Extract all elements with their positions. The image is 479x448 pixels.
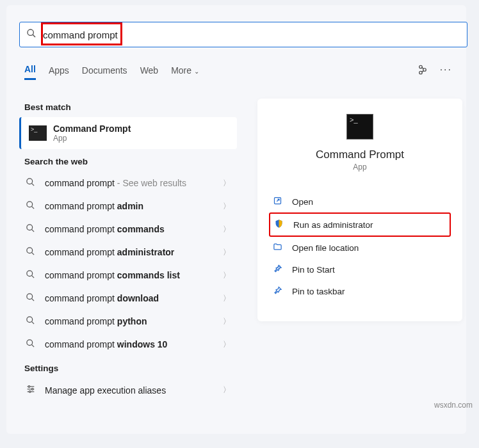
search-icon (26, 177, 38, 189)
svg-line-6 (31, 183, 34, 186)
chevron-right-icon: 〉 (223, 224, 231, 235)
pin-icon (273, 264, 287, 275)
search-icon (26, 339, 38, 350)
web-result[interactable]: command prompt administrator〉 (19, 241, 237, 264)
chevron-right-icon: 〉 (223, 178, 231, 189)
search-icon (26, 316, 38, 327)
web-result-label: command prompt download (45, 293, 223, 303)
settings-item[interactable]: Manage app execution aliases 〉 (19, 378, 237, 402)
search-icon (26, 246, 38, 258)
search-bar-wrap: command prompt (19, 22, 467, 47)
svg-point-0 (28, 29, 33, 35)
chevron-right-icon: 〉 (223, 201, 231, 212)
chevron-right-icon: 〉 (223, 339, 231, 350)
chevron-down-icon: ⌄ (194, 68, 199, 75)
svg-line-8 (31, 206, 34, 209)
best-match-title: Command Prompt (53, 124, 131, 134)
search-panel: command prompt All Apps Documents Web Mo… (6, 5, 466, 434)
web-result[interactable]: command prompt commands〉 (19, 218, 237, 241)
web-result-label: command prompt - See web results (45, 178, 223, 188)
svg-line-16 (31, 298, 34, 301)
svg-point-13 (27, 271, 33, 276)
tab-web[interactable]: Web (140, 65, 159, 79)
best-match-item[interactable]: Command Prompt App (19, 117, 237, 149)
watermark: wsxdn.com (434, 401, 473, 410)
best-match-sub: App (53, 134, 131, 143)
svg-line-18 (31, 321, 34, 324)
web-result-label: command prompt commands list (45, 270, 223, 280)
preview-cmd-icon (346, 114, 373, 140)
more-icon[interactable]: ··· (440, 64, 452, 78)
svg-point-11 (27, 248, 33, 253)
svg-point-9 (27, 225, 33, 230)
svg-line-1 (33, 35, 35, 37)
web-result-label: command prompt admin (45, 201, 223, 211)
svg-line-12 (31, 252, 34, 255)
chevron-right-icon: 〉 (223, 293, 231, 304)
svg-point-26 (29, 391, 31, 393)
org-icon[interactable] (417, 64, 428, 78)
tab-all[interactable]: All (24, 64, 36, 80)
search-icon (26, 28, 37, 41)
svg-point-24 (28, 386, 30, 388)
web-result-label: command prompt windows 10 (45, 339, 223, 349)
folder-icon (273, 242, 287, 253)
action-open-location[interactable]: Open file location (269, 237, 451, 259)
chevron-right-icon: 〉 (223, 247, 231, 258)
svg-point-25 (31, 388, 33, 390)
web-result-label: command prompt python (45, 316, 223, 326)
tab-more[interactable]: More ⌄ (171, 65, 199, 79)
chevron-right-icon: 〉 (223, 316, 231, 327)
web-result[interactable]: command prompt download〉 (19, 287, 237, 310)
action-pin-start[interactable]: Pin to Start (269, 259, 451, 280)
preview-title: Command Prompt (269, 148, 451, 161)
svg-point-15 (27, 294, 33, 300)
results-column: Best match Command Prompt App Search the… (19, 95, 237, 402)
section-search-web: Search the web (24, 157, 237, 166)
tab-documents[interactable]: Documents (82, 65, 127, 79)
top-icons: ··· (417, 64, 452, 78)
web-result[interactable]: command prompt admin〉 (19, 195, 237, 218)
settings-item-label: Manage app execution aliases (45, 385, 223, 396)
search-value: command prompt (43, 29, 118, 40)
web-result-label: command prompt commands (45, 224, 223, 234)
chevron-right-icon: 〉 (223, 385, 231, 396)
action-open[interactable]: Open (269, 191, 451, 212)
svg-line-10 (31, 229, 34, 232)
cmd-icon (29, 125, 47, 141)
svg-point-2 (419, 65, 422, 68)
svg-point-4 (419, 71, 422, 74)
pin-icon (273, 285, 287, 297)
svg-point-19 (27, 340, 33, 346)
section-settings: Settings (24, 364, 237, 373)
search-icon (26, 200, 38, 212)
svg-point-17 (27, 317, 33, 323)
svg-line-20 (31, 344, 34, 347)
web-result[interactable]: command prompt - See web results〉 (19, 172, 237, 195)
tab-apps[interactable]: Apps (49, 65, 69, 79)
action-pin-taskbar[interactable]: Pin to taskbar (269, 280, 451, 302)
search-icon (26, 269, 38, 281)
web-result-label: command prompt administrator (45, 247, 223, 257)
preview-sub: App (269, 163, 451, 172)
web-result[interactable]: command prompt commands list〉 (19, 264, 237, 287)
preview-panel: Command Prompt App Open Run as administr… (257, 99, 462, 321)
svg-point-7 (27, 202, 33, 207)
action-run-admin[interactable]: Run as administrator (269, 212, 451, 237)
section-best-match: Best match (24, 102, 237, 112)
shield-icon (274, 219, 288, 230)
web-result[interactable]: command prompt windows 10〉 (19, 333, 237, 356)
filter-tabs: All Apps Documents Web More ⌄ (24, 64, 199, 80)
search-icon (26, 223, 38, 235)
web-result[interactable]: command prompt python〉 (19, 310, 237, 333)
chevron-right-icon: 〉 (223, 270, 231, 281)
svg-line-14 (31, 275, 34, 278)
search-input[interactable]: command prompt (19, 22, 467, 47)
sliders-icon (26, 384, 38, 396)
svg-point-5 (27, 179, 33, 184)
open-icon (273, 196, 287, 207)
search-icon (26, 292, 38, 304)
